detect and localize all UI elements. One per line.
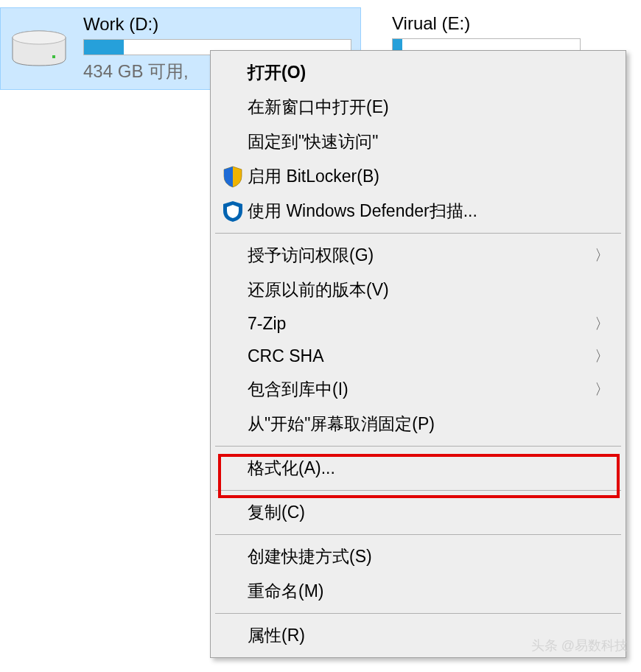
shield-blue-icon [218,200,248,223]
menu-separator [215,490,621,491]
menu-pin-quick-access[interactable]: 固定到"快速访问" [212,125,624,159]
menu-restore-previous[interactable]: 还原以前的版本(V) [212,273,624,307]
menu-bitlocker[interactable]: 启用 BitLocker(B) [212,159,624,194]
menu-separator [215,534,621,535]
drive-name: Work (D:) [83,14,351,35]
menu-7zip[interactable]: 7-Zip 〉 [212,307,624,340]
svg-rect-2 [52,55,55,58]
menu-format[interactable]: 格式化(A)... [212,451,624,486]
menu-unpin-start[interactable]: 从"开始"屏幕取消固定(P) [212,407,624,441]
menu-open-new-window[interactable]: 在新窗口中打开(E) [212,90,624,125]
submenu-arrow-icon: 〉 [595,245,609,265]
menu-crc-sha[interactable]: CRC SHA 〉 [212,340,624,372]
drive-icon [10,29,69,69]
watermark: 头条 @易数科技 [531,637,628,654]
drive-name: Virual (E:) [392,13,581,34]
drive-info-e: Virual (E:) [392,13,581,55]
menu-grant-access[interactable]: 授予访问权限(G) 〉 [212,238,624,273]
menu-open[interactable]: 打开(O) [212,55,624,90]
menu-separator [215,233,621,234]
menu-copy[interactable]: 复制(C) [212,495,624,530]
svg-point-1 [13,31,66,44]
menu-separator [215,613,621,614]
menu-defender[interactable]: 使用 Windows Defender扫描... [212,194,624,228]
menu-include-library[interactable]: 包含到库中(I) 〉 [212,372,624,407]
submenu-arrow-icon: 〉 [595,346,609,366]
context-menu: 打开(O) 在新窗口中打开(E) 固定到"快速访问" 启用 BitLocker(… [210,50,626,658]
submenu-arrow-icon: 〉 [595,314,609,334]
menu-rename[interactable]: 重命名(M) [212,574,624,609]
drive-usage-fill [84,40,124,55]
submenu-arrow-icon: 〉 [595,379,609,399]
shield-gold-icon [218,166,248,188]
menu-separator [215,446,621,447]
menu-create-shortcut[interactable]: 创建快捷方式(S) [212,539,624,574]
